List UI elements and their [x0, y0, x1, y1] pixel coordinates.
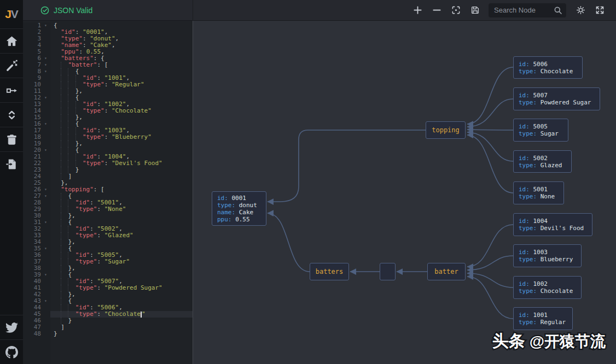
node-row: id: 1001 [519, 312, 567, 319]
sidebar-item-import[interactable] [0, 151, 23, 176]
node-row: type: Regular [519, 319, 567, 326]
fold-spacer [43, 239, 49, 245]
node-row: id: 0001 [217, 195, 261, 202]
editor-header: JSON Valid [23, 0, 193, 20]
fold-spacer [43, 167, 49, 173]
code-token: "type" [83, 160, 104, 167]
fold-marker[interactable]: ▾ [43, 147, 49, 154]
fold-spacer [43, 134, 49, 140]
code-token: "type" [75, 206, 97, 213]
graph-node-topping-5007[interactable]: id: 5007type: Powdered Sugar [513, 87, 600, 110]
fold-marker[interactable]: ▾ [43, 193, 49, 199]
graph-node-root[interactable]: id: 0001type: donutname: Cakeppu: 0.55 [212, 191, 266, 226]
fold-spacer [43, 226, 49, 232]
node-row: ppu: 0.55 [217, 216, 261, 223]
node-row: type: donut [217, 202, 261, 209]
fold-marker[interactable]: ▾ [43, 272, 49, 278]
node-label: topping [432, 126, 460, 134]
graph-node-batter-1004[interactable]: id: 1004type: Devil's Food [513, 213, 592, 236]
logo-letter-v: V [11, 8, 18, 21]
code-token: "type" [75, 258, 97, 265]
theme-toggle-button[interactable] [576, 5, 585, 15]
fold-spacer [43, 265, 49, 272]
trash-icon [5, 133, 18, 146]
save-button[interactable] [470, 5, 480, 15]
zoom-in-button[interactable] [413, 5, 422, 15]
sidebar-item-home[interactable] [0, 28, 23, 53]
fold-marker[interactable]: ▾ [43, 298, 49, 304]
fold-marker[interactable]: ▾ [43, 95, 49, 101]
sidebar-item-github[interactable] [0, 339, 23, 364]
sidebar: JV [0, 0, 23, 364]
node-row: id: 5007 [519, 92, 595, 99]
edge-batter-1004-to-batter [467, 225, 513, 267]
graph-node-batters-array[interactable] [380, 263, 396, 280]
fullscreen-button[interactable] [595, 5, 605, 15]
center-view-button[interactable] [451, 5, 461, 15]
code-token: "Regular" [112, 81, 144, 88]
node-row: type: Blueberry [519, 256, 576, 263]
plus-icon [413, 5, 422, 15]
fold-marker[interactable]: ▾ [43, 68, 49, 75]
graph-node-topping-5005[interactable]: id: 5005type: Sugar [513, 119, 568, 142]
json-editor[interactable]: 1▾23456▾7▾8▾9101112▾13141516▾17181920▾21… [23, 21, 193, 364]
sidebar-item-clear[interactable] [0, 127, 23, 151]
edge-topping-5005-to-topping [467, 130, 513, 130]
fold-spacer [43, 49, 49, 55]
node-row: id: 1004 [519, 218, 587, 225]
fold-spacer [43, 285, 49, 291]
graph-node-topping-5001[interactable]: id: 5001type: None [513, 181, 564, 204]
code-token: "None" [104, 206, 126, 213]
fold-marker[interactable]: ▾ [43, 55, 49, 62]
graph-node-batter-1002[interactable]: id: 1002type: Chocolate [513, 276, 582, 299]
fold-marker[interactable]: ▾ [43, 186, 49, 193]
node-row: id: 5006 [519, 61, 577, 68]
fullscreen-icon [595, 5, 605, 15]
fold-spacer [43, 304, 49, 311]
code-token: : [97, 310, 104, 318]
fold-spacer [43, 108, 49, 114]
fold-spacer [43, 114, 49, 121]
code-token: : [ [97, 61, 108, 68]
node-label: batter [434, 268, 458, 275]
fold-spacer [43, 101, 49, 108]
graph-node-batter[interactable]: batter [427, 263, 466, 280]
fold-marker[interactable]: ▾ [43, 22, 49, 29]
graph-node-batter-1001[interactable]: id: 1001type: Regular [513, 307, 573, 330]
fold-spacer [43, 88, 49, 95]
github-icon [5, 346, 18, 359]
code-token: "Powdered Sugar" [104, 284, 162, 291]
minus-icon [432, 5, 441, 15]
code-token: "type" [83, 81, 104, 88]
code-token: "Chocolate [104, 310, 141, 318]
fold-spacer [43, 213, 49, 219]
graph-node-batters[interactable]: batters [310, 263, 349, 280]
code-token: "Blueberry" [112, 133, 152, 140]
node-arrow-icon [5, 84, 18, 97]
graph-node-batter-1003[interactable]: id: 1003type: Blueberry [513, 244, 582, 267]
sidebar-item-expand-nodes[interactable] [0, 78, 23, 102]
graph-node-topping[interactable]: topping [426, 121, 466, 139]
sidebar-item-toggle-collapse[interactable] [0, 102, 23, 127]
focus-icon [451, 5, 461, 15]
zoom-out-button[interactable] [432, 5, 441, 15]
graph-node-topping-5006[interactable]: id: 5006type: Chocolate [513, 56, 583, 79]
graph-toolbar [193, 0, 616, 20]
editor-lines: { "id": "0001", "type": "donut", "name":… [50, 22, 193, 364]
sidebar-item-twitter[interactable] [0, 315, 23, 339]
code-token: "type" [75, 284, 97, 291]
fold-marker[interactable]: ▾ [43, 219, 49, 226]
fold-marker[interactable]: ▾ [43, 121, 49, 127]
app-logo[interactable]: JV [5, 0, 18, 28]
fold-spacer [43, 160, 49, 167]
fold-marker[interactable]: ▾ [43, 62, 49, 68]
graph-node-topping-5002[interactable]: id: 5002type: Glazed [513, 150, 572, 173]
edge-topping-5001-to-topping [467, 135, 513, 193]
graph-canvas[interactable]: id: 0001type: donutname: Cakeppu: 0.55to… [193, 21, 616, 364]
node-row: id: 1002 [519, 280, 576, 287]
node-row: name: Cake [217, 209, 261, 216]
code-token: : [104, 133, 112, 140]
fold-marker[interactable]: ▾ [43, 245, 49, 252]
sidebar-item-prettify[interactable] [0, 53, 23, 78]
code-token: "Glazed" [104, 232, 133, 239]
